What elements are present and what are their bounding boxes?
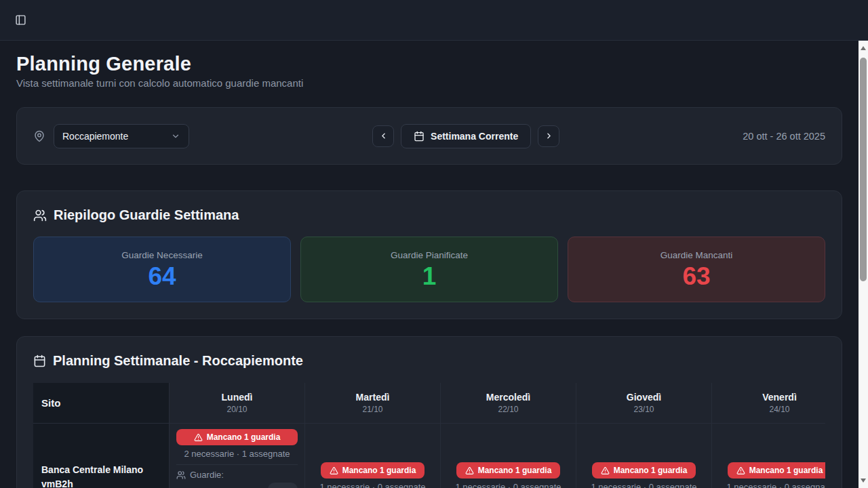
- missing-guard-badge: Mancano 1 guardia: [456, 462, 561, 479]
- calendar-icon: [414, 131, 425, 142]
- stat-guardie-necessarie: Guardie Necessarie 64: [33, 237, 291, 302]
- map-pin-icon: [33, 130, 45, 142]
- column-header-wednesday: Mercoledì 22/10: [440, 383, 576, 423]
- warning-triangle-icon: [194, 433, 203, 442]
- planning-title: Planning Settimanale - Roccapiemonte: [53, 353, 303, 369]
- shift-cell-wednesday: Mancano 1 guardia 1 necessarie · 0 asseg…: [440, 424, 576, 488]
- week-date-range: 20 ott - 26 ott 2025: [743, 131, 825, 142]
- scrollbar-thumb[interactable]: [860, 58, 867, 281]
- page-title: Planning Generale: [16, 53, 842, 75]
- guards-label: Guardie:: [190, 470, 224, 480]
- chevron-left-icon: [379, 131, 388, 140]
- scroll-up-arrow[interactable]: [861, 46, 866, 50]
- missing-guard-badge: Mancano 1 guardia: [321, 462, 425, 479]
- main-content: Planning Generale Vista settimanale turn…: [0, 41, 859, 488]
- stat-label: Guardie Mancanti: [568, 250, 825, 260]
- stat-label: Guardie Necessarie: [34, 250, 290, 260]
- calendar-icon: [33, 354, 46, 367]
- sidebar-toggle-button[interactable]: [9, 9, 31, 31]
- guard-counts: 2 necessarie · 1 assegnate: [176, 449, 298, 459]
- site-name-cell: Banca Centrale Milano vmB2h_: [33, 424, 169, 488]
- shift-cell-thursday: Mancano 1 guardia 1 necessarie · 0 asseg…: [576, 424, 711, 488]
- users-icon: [33, 209, 47, 222]
- previous-week-button[interactable]: [372, 125, 394, 147]
- panel-left-icon: [15, 14, 26, 26]
- column-header-site: Sito: [33, 383, 169, 423]
- summary-title: Riepilogo Guardie Settimana: [54, 207, 239, 223]
- page-subtitle: Vista settimanale turni con calcolo auto…: [16, 77, 842, 89]
- missing-guard-badge: Mancano 1 guardia: [176, 429, 298, 445]
- table-header-row: Sito Lunedì 20/10 Martedì 21/10 Mercoled…: [33, 383, 825, 424]
- guard-counts: 1 necessarie · 0 assegnate: [726, 482, 825, 488]
- guard-counts: 1 necessarie · 0 assegnate: [319, 482, 425, 488]
- stat-guardie-mancanti: Guardie Mancanti 63: [568, 237, 825, 302]
- planning-table: Sito Lunedì 20/10 Martedì 21/10 Mercoled…: [33, 383, 825, 488]
- shift-cell-tuesday: Mancano 1 guardia 1 necessarie · 0 asseg…: [304, 424, 440, 488]
- stat-value: 64: [34, 262, 290, 291]
- column-header-friday: Venerdì 24/10: [711, 383, 825, 423]
- site-name: Banca Centrale Milano vmB2h_: [41, 463, 161, 488]
- shift-cell-friday: Mancano 1 guardia 1 necessarie · 0 asseg…: [711, 424, 825, 488]
- warning-triangle-icon: [330, 466, 338, 475]
- guard-chip[interactable]: [268, 483, 298, 488]
- filter-bar: Roccapiemonte Settimana Corrente: [16, 107, 842, 165]
- warning-triangle-icon: [465, 466, 474, 475]
- chevron-right-icon: [545, 131, 553, 140]
- warning-triangle-icon: [736, 466, 745, 475]
- location-select-value: Roccapiemonte: [62, 131, 128, 142]
- next-week-button[interactable]: [538, 125, 559, 147]
- missing-guard-badge: Mancano 1 guardia: [592, 462, 696, 479]
- topbar: [0, 0, 868, 41]
- column-header-thursday: Giovedì 23/10: [576, 383, 711, 423]
- shift-cell-monday: Mancano 1 guardia 2 necessarie · 1 asseg…: [169, 424, 304, 488]
- users-icon: [176, 470, 186, 480]
- stat-guardie-pianificate: Guardie Pianificate 1: [300, 237, 558, 302]
- current-week-label: Settimana Corrente: [431, 131, 518, 142]
- column-header-tuesday: Martedì 21/10: [304, 383, 440, 423]
- missing-guard-badge: Mancano 1 guardia: [728, 462, 825, 479]
- stat-value: 63: [568, 262, 825, 291]
- summary-card: Riepilogo Guardie Settimana Guardie Nece…: [16, 190, 842, 319]
- warning-triangle-icon: [601, 466, 610, 475]
- planning-card: Planning Settimanale - Roccapiemonte Sit…: [16, 336, 842, 488]
- current-week-button[interactable]: Settimana Corrente: [401, 124, 531, 148]
- stat-label: Guardie Pianificate: [301, 250, 557, 260]
- chevron-down-icon: [171, 131, 180, 141]
- table-row: Banca Centrale Milano vmB2h_ Mancano 1 g…: [33, 424, 825, 488]
- vertical-scrollbar[interactable]: [859, 41, 868, 488]
- stat-value: 1: [301, 262, 557, 291]
- column-header-monday: Lunedì 20/10: [169, 383, 304, 423]
- week-navigation: Settimana Corrente: [372, 124, 559, 148]
- guard-counts: 1 necessarie · 0 assegnate: [455, 482, 561, 488]
- scroll-down-arrow[interactable]: [861, 479, 866, 483]
- location-select[interactable]: Roccapiemonte: [54, 124, 189, 148]
- divider: [176, 464, 298, 465]
- guard-counts: 1 necessarie · 0 assegnate: [591, 482, 696, 488]
